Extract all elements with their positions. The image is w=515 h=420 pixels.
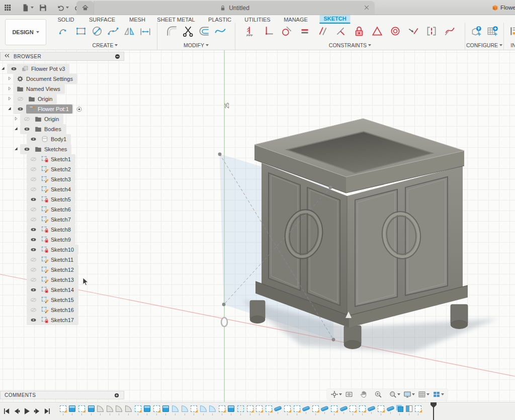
timeline-feature-fillet[interactable] bbox=[116, 405, 122, 412]
expand-arrow-icon[interactable] bbox=[0, 66, 7, 72]
browser-row[interactable]: Sketch16 bbox=[0, 305, 124, 315]
timeline-feature-pill[interactable] bbox=[321, 405, 329, 411]
tool-insert[interactable] bbox=[507, 23, 515, 39]
nav-look-at[interactable] bbox=[344, 389, 358, 399]
timeline-go-to-end[interactable] bbox=[42, 406, 52, 416]
timeline-feature-fillet[interactable] bbox=[107, 405, 113, 412]
browser-row[interactable]: Origin bbox=[0, 94, 124, 104]
expand-arrow-icon[interactable] bbox=[13, 146, 20, 152]
browser-row[interactable]: Sketch10 bbox=[0, 245, 124, 255]
visibility-eye-icon[interactable] bbox=[29, 217, 38, 223]
timeline-feature-sketch[interactable] bbox=[153, 405, 160, 412]
insert-group-label[interactable]: INS bbox=[510, 42, 515, 48]
nav-grid-display[interactable] bbox=[416, 389, 431, 399]
tool-horizontal-vertical[interactable] bbox=[260, 23, 278, 39]
tool-create-circle[interactable] bbox=[89, 23, 105, 39]
nav-zoom-window[interactable] bbox=[387, 389, 402, 399]
visibility-eye-icon[interactable] bbox=[29, 227, 38, 233]
timeline-feature-combine[interactable] bbox=[398, 406, 403, 412]
visibility-eye-icon[interactable] bbox=[29, 166, 38, 173]
expand-arrow-icon[interactable] bbox=[7, 86, 14, 92]
timeline-feature-extrude[interactable] bbox=[144, 405, 150, 412]
timeline-feature-sketch[interactable] bbox=[294, 405, 300, 412]
browser-row[interactable]: Origin bbox=[0, 114, 124, 124]
timeline-feature-sketch[interactable] bbox=[135, 405, 141, 412]
browser-row[interactable]: Sketch8 bbox=[0, 225, 124, 235]
timeline-feature-fillet-light[interactable] bbox=[172, 405, 179, 412]
timeline-feature-sketch[interactable] bbox=[219, 405, 225, 412]
tool-sketch-dimension[interactable] bbox=[137, 23, 153, 39]
timeline-step-forward[interactable] bbox=[32, 406, 42, 416]
timeline-feature-extrude[interactable] bbox=[162, 405, 169, 412]
tool-equal[interactable] bbox=[296, 23, 314, 39]
origin-point[interactable] bbox=[221, 318, 227, 327]
add-comment-icon[interactable] bbox=[114, 392, 120, 398]
tool-coincident[interactable] bbox=[241, 23, 260, 39]
timeline-feature-sketch[interactable] bbox=[378, 405, 384, 412]
browser-row[interactable]: Sketch17 bbox=[0, 315, 124, 325]
document-tab[interactable]: Untitled bbox=[94, 1, 375, 15]
expand-arrow-icon[interactable] bbox=[13, 116, 20, 122]
visibility-eye-icon[interactable] bbox=[22, 146, 32, 153]
browser-row[interactable]: Sketch15 bbox=[0, 295, 124, 305]
visibility-eye-icon[interactable] bbox=[22, 116, 32, 123]
timeline-feature-extrude[interactable] bbox=[228, 405, 234, 412]
visibility-eye-icon[interactable] bbox=[29, 247, 38, 253]
timeline-feature-sketch[interactable] bbox=[284, 405, 291, 412]
timeline-feature-construction[interactable] bbox=[237, 405, 244, 412]
timeline-feature-sketch[interactable] bbox=[359, 405, 366, 412]
tool-concentric[interactable] bbox=[386, 23, 404, 39]
tool-symmetry[interactable] bbox=[368, 23, 386, 39]
expand-arrow-icon[interactable] bbox=[13, 126, 20, 132]
timeline-feature-fillet-light[interactable] bbox=[200, 405, 207, 412]
timeline-play[interactable] bbox=[22, 406, 32, 416]
browser-row[interactable]: Body1 bbox=[0, 134, 124, 144]
browser-row[interactable]: Sketches bbox=[0, 144, 124, 154]
timeline-feature-sketch[interactable] bbox=[78, 405, 85, 412]
browser-row[interactable]: Sketch11 bbox=[0, 255, 124, 265]
timeline-feature-sketch[interactable] bbox=[312, 405, 319, 412]
tool-configure[interactable] bbox=[468, 23, 484, 39]
timeline-feature-sketch[interactable] bbox=[60, 405, 66, 412]
browser-row[interactable]: Sketch7 bbox=[0, 215, 124, 225]
constraints-group-label[interactable]: CONSTRAINTS bbox=[329, 42, 371, 48]
browser-row[interactable]: Flower Pot v3 bbox=[0, 64, 124, 74]
timeline-feature-extrude[interactable] bbox=[88, 405, 95, 412]
timeline-feature-pill[interactable] bbox=[302, 405, 310, 411]
timeline-step-back[interactable] bbox=[12, 406, 22, 416]
visibility-eye-icon[interactable] bbox=[29, 206, 38, 213]
expand-arrow-icon[interactable] bbox=[7, 96, 14, 102]
modify-group-label[interactable]: MODIFY bbox=[184, 42, 209, 48]
viewport[interactable]: 25 BROWSER bbox=[0, 50, 515, 402]
tool-mirror[interactable] bbox=[121, 23, 137, 39]
tool-fillet[interactable] bbox=[164, 23, 180, 39]
visibility-eye-icon[interactable] bbox=[29, 307, 38, 313]
browser-row[interactable]: Sketch3 bbox=[0, 174, 124, 184]
nav-orbit[interactable] bbox=[329, 389, 344, 399]
visibility-eye-icon[interactable] bbox=[9, 66, 19, 72]
browser-row[interactable]: Flower Pot:1 bbox=[0, 104, 124, 114]
app-launcher[interactable] bbox=[1, 1, 19, 14]
timeline-feature-sketch[interactable] bbox=[415, 405, 421, 412]
active-file-indicator[interactable]: Flower bbox=[492, 2, 515, 14]
browser-row[interactable]: Named Views bbox=[0, 84, 124, 94]
tool-configuration-table[interactable] bbox=[484, 23, 500, 39]
visibility-eye-icon[interactable] bbox=[29, 317, 38, 324]
nav-pan[interactable] bbox=[358, 389, 373, 399]
timeline-feature-sketch[interactable] bbox=[266, 405, 272, 412]
home-tab-button[interactable] bbox=[76, 1, 94, 15]
timeline-go-to-start[interactable] bbox=[2, 406, 12, 416]
browser-row[interactable]: Sketch9 bbox=[0, 235, 124, 245]
timeline-feature-sketch[interactable] bbox=[247, 405, 253, 412]
visibility-eye-icon[interactable] bbox=[29, 196, 38, 203]
timeline-feature-sketch[interactable] bbox=[350, 405, 356, 412]
visibility-eye-icon[interactable] bbox=[29, 267, 38, 273]
visibility-eye-icon[interactable] bbox=[29, 186, 38, 193]
browser-row[interactable]: Sketch1 bbox=[0, 154, 124, 164]
close-tab-icon[interactable] bbox=[363, 4, 370, 11]
timeline-feature-sketch[interactable] bbox=[331, 405, 337, 412]
dimension-label[interactable]: 25 bbox=[224, 102, 230, 109]
comments-bar[interactable]: COMMENTS bbox=[0, 391, 124, 399]
tool-curvature[interactable] bbox=[441, 23, 459, 39]
visibility-eye-icon[interactable] bbox=[29, 136, 38, 143]
